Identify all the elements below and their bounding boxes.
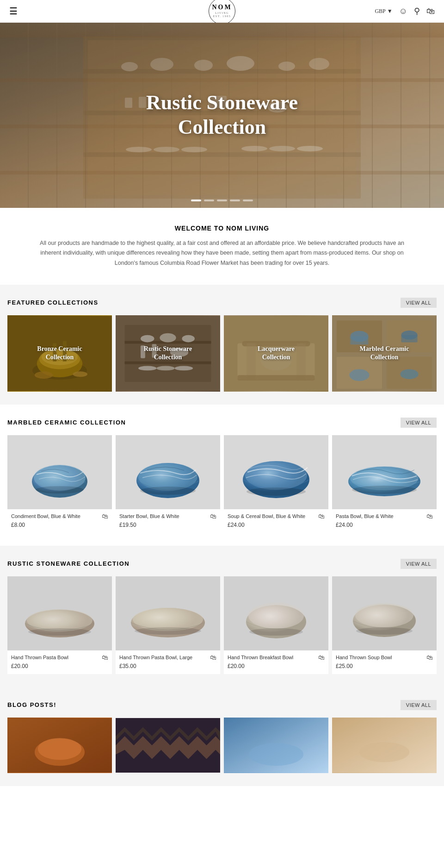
soup-bowl-image (224, 435, 328, 509)
rustic-soup-cart-icon[interactable]: 🛍 (426, 654, 433, 662)
svg-point-17 (181, 147, 207, 152)
pasta-bowl-info: Pasta Bowl, Blue & White 🛍 £24.00 (332, 509, 437, 533)
rustic-pasta-cart-icon[interactable]: 🛍 (102, 654, 108, 662)
svg-point-81 (249, 628, 303, 636)
rustic-breakfast-cart-icon[interactable]: 🛍 (318, 654, 325, 662)
rustic-pasta-info: Hand Thrown Pasta Bowl 🛍 £20.00 (7, 650, 112, 674)
svg-rect-12 (139, 97, 146, 108)
welcome-section: WELCOME TO NOM LIVING All our products a… (0, 208, 444, 285)
product-card-rustic-breakfast[interactable]: Hand Thrown Breakfast Bowl 🛍 £20.00 (224, 576, 328, 674)
svg-point-8 (227, 56, 254, 71)
blog-img-4-svg (332, 718, 437, 773)
currency-selector[interactable]: GBP ▼ (375, 8, 392, 15)
starter-bowl-info: Starter Bowl, Blue & White 🛍 £19.50 (116, 509, 220, 533)
bronze-label: Bronze CeramicCollection (34, 342, 85, 364)
svg-point-91 (249, 743, 303, 766)
svg-point-83 (355, 603, 413, 627)
svg-point-69 (247, 487, 306, 496)
rustic-pasta-large-cart-icon[interactable]: 🛍 (210, 654, 216, 662)
cart-icon[interactable]: 🛍 (426, 6, 435, 16)
svg-point-16 (154, 147, 179, 152)
rustic-soup-image (332, 576, 437, 650)
blog-card-1[interactable] (7, 718, 112, 773)
currency-chevron-icon: ▼ (387, 8, 393, 15)
bronze-overlay: Bronze CeramicCollection (7, 315, 112, 392)
lacquer-label: LacquerwareCollection (255, 342, 297, 364)
collection-card-lacquer[interactable]: LacquerwareCollection (224, 315, 328, 392)
hero-dot-5[interactable] (243, 200, 253, 201)
account-icon[interactable]: ☺ (399, 6, 407, 16)
rustic-pasta-svg (13, 576, 106, 650)
product-card-rustic-pasta[interactable]: Hand Thrown Pasta Bowl 🛍 £20.00 (7, 576, 112, 674)
svg-point-5 (121, 62, 138, 71)
search-icon[interactable]: ⚲ (414, 6, 420, 16)
rustic-view-all-button[interactable]: VIEW ALL (401, 559, 437, 569)
svg-point-63 (36, 486, 84, 493)
pasta-bowl-name: Pasta Bowl, Blue & White (336, 513, 426, 519)
rustic-pasta-price: £20.00 (11, 663, 108, 669)
soup-bowl-name: Soup & Cereal Bowl, Blue & White (228, 513, 318, 519)
rustic-label: Rustic StonewareCollection (141, 342, 195, 364)
svg-point-7 (194, 60, 213, 71)
menu-icon[interactable]: ☰ (9, 6, 18, 17)
blog-card-2[interactable] (116, 718, 220, 773)
svg-point-78 (135, 627, 201, 635)
rustic-breakfast-image (224, 576, 328, 650)
product-card-pasta-bowl[interactable]: Pasta Bowl, Blue & White 🛍 £24.00 (332, 435, 437, 533)
rustic-pasta-large-name-row: Hand Thrown Pasta Bowl, Large 🛍 (119, 654, 216, 662)
pasta-bowl-image (332, 435, 437, 509)
hero-dot-3[interactable] (217, 200, 227, 201)
collection-card-rustic[interactable]: Rustic StonewareCollection (116, 315, 220, 392)
starter-bowl-name-row: Starter Bowl, Blue & White 🛍 (119, 513, 216, 520)
rustic-soup-svg (338, 576, 431, 650)
rustic-pasta-large-name: Hand Thrown Pasta Bowl, Large (119, 654, 210, 661)
blog-card-4[interactable] (332, 718, 437, 773)
starter-bowl-cart-icon[interactable]: 🛍 (210, 513, 216, 520)
product-card-rustic-pasta-large[interactable]: Hand Thrown Pasta Bowl, Large 🛍 £35.00 (116, 576, 220, 674)
blog-card-3[interactable] (224, 718, 328, 773)
blog-title: BLOG POSTS! (7, 701, 56, 708)
condiment-bowl-svg (13, 435, 106, 509)
hero-dot-1[interactable] (191, 200, 201, 201)
logo-area[interactable]: NOM LIVING EST. 1985 (209, 0, 235, 25)
rustic-pasta-large-image (116, 576, 220, 650)
svg-point-84 (356, 627, 413, 635)
hero-text: Rustic Stoneware Collection (146, 91, 298, 140)
svg-point-80 (248, 603, 304, 629)
blog-view-all-button[interactable]: VIEW ALL (401, 700, 437, 710)
product-card-rustic-soup[interactable]: Hand Thrown Soup Bowl 🛍 £25.00 (332, 576, 437, 674)
condiment-bowl-name: Condiment Bowl, Blue & White (11, 513, 102, 519)
soup-bowl-cart-icon[interactable]: 🛍 (318, 513, 325, 520)
featured-view-all-button[interactable]: VIEW ALL (401, 298, 437, 308)
svg-point-93 (359, 742, 409, 762)
hero-dot-2[interactable] (204, 200, 214, 201)
product-card-condiment-bowl[interactable]: Condiment Bowl, Blue & White 🛍 £8.00 (7, 435, 112, 533)
featured-title: FEATURED COLLECTIONS (7, 299, 99, 306)
header-left: ☰ (9, 6, 18, 17)
pasta-bowl-cart-icon[interactable]: 🛍 (426, 513, 433, 520)
rustic-breakfast-name: Hand Thrown Breakfast Bowl (228, 654, 318, 661)
product-card-soup-bowl[interactable]: Soup & Cereal Bowl, Blue & White 🛍 £24.0… (224, 435, 328, 533)
header: ☰ NOM LIVING EST. 1985 GBP ▼ ☺ ⚲ 🛍 (0, 0, 444, 23)
product-card-starter-bowl[interactable]: Starter Bowl, Blue & White 🛍 £19.50 (116, 435, 220, 533)
rustic-soup-name: Hand Thrown Soup Bowl (336, 654, 426, 661)
featured-collections-section: FEATURED COLLECTIONS VIEW ALL Bron (0, 285, 444, 405)
welcome-title: WELCOME TO NOM LIVING (37, 225, 407, 232)
starter-bowl-svg (122, 435, 214, 509)
marbled-section: MARBLED CERAMIC COLLECTION VIEW ALL (0, 405, 444, 546)
marbled-overlay: Marbled CeramicCollection (332, 315, 437, 392)
collection-card-bronze[interactable]: Bronze CeramicCollection (7, 315, 112, 392)
svg-point-6 (150, 58, 173, 71)
condiment-bowl-cart-icon[interactable]: 🛍 (102, 513, 108, 520)
marbled-view-all-button[interactable]: VIEW ALL (401, 418, 437, 428)
hero-title-line1: Rustic Stoneware (146, 91, 298, 115)
collection-card-marbled[interactable]: Marbled CeramicCollection (332, 315, 437, 392)
hero-title-line2: Collection (146, 115, 298, 140)
starter-bowl-name: Starter Bowl, Blue & White (119, 513, 210, 519)
hero-dot-4[interactable] (230, 200, 240, 201)
svg-point-19 (269, 146, 295, 151)
svg-point-66 (140, 487, 196, 495)
logo-living: LIVING (215, 12, 229, 15)
rustic-overlay: Rustic StonewareCollection (116, 315, 220, 392)
svg-point-15 (126, 147, 152, 152)
